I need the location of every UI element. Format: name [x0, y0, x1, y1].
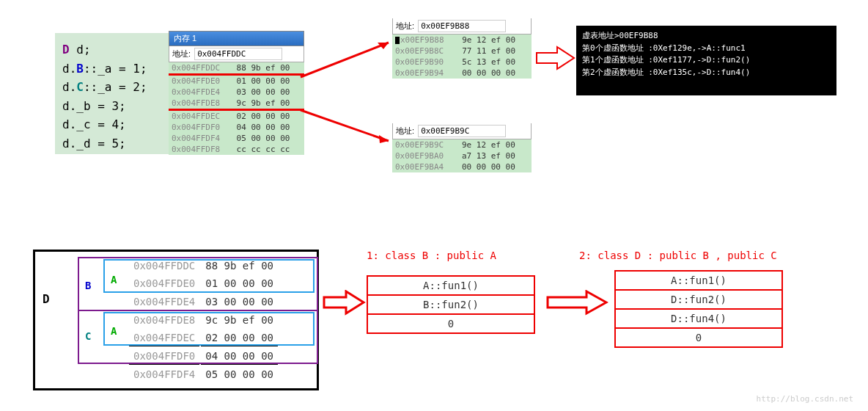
arrow-mem1-to-mem3 — [297, 103, 396, 147]
address-input[interactable]: 0x00EF9B88 — [418, 20, 506, 32]
watermark: http://blog.csdn.net — [757, 394, 853, 404]
memory-panel-title: 内存 1 — [169, 31, 304, 46]
address-label: 地址: — [396, 126, 414, 135]
block-arrow-to-vtable2 — [546, 290, 608, 319]
svg-marker-6 — [548, 291, 606, 313]
memory-panel-2: 地址: 0x00EF9B88 x00EF9B889e 12 ef 000x00E… — [392, 18, 532, 79]
memory-panel-1: 内存 1 地址: 0x004FFDDC 0x004FFDDC88 9b ef 0… — [169, 31, 304, 155]
address-row: 地址: 0x00EF9B88 — [392, 18, 532, 34]
arrow-mem1-to-mem2 — [297, 37, 396, 81]
svg-marker-4 — [537, 47, 574, 69]
vtable1: A::fun1()B::fun2()0 — [367, 275, 535, 334]
class-d-label: D — [43, 292, 50, 306]
block-arrow-to-vtable1 — [323, 290, 367, 319]
address-label: 地址: — [172, 49, 191, 58]
address-input[interactable]: 0x00EF9B9C — [418, 125, 506, 137]
vtable2: A::fun1()D::fun2()D::fun4()0 — [614, 270, 783, 348]
vtable1-heading: 1: class B : public A — [367, 250, 496, 261]
memory-table: 0x00EF9B9C9e 12 ef 000x00EF9BA0a7 13 ef … — [392, 139, 532, 172]
memory-table: x00EF9B889e 12 ef 000x00EF9B8C77 11 ef 0… — [392, 34, 532, 79]
address-label: 地址: — [396, 21, 414, 30]
svg-marker-5 — [324, 291, 364, 313]
svg-line-2 — [301, 110, 389, 141]
address-row: 地址: 0x00EF9B9C — [392, 123, 532, 139]
block-arrow-mem2-to-console — [535, 46, 575, 75]
address-input[interactable]: 0x004FFDDC — [194, 48, 282, 60]
vtable2-heading: 2: class D : public B , public C — [579, 250, 777, 261]
class-b-region — [78, 257, 318, 311]
memory-panel-3: 地址: 0x00EF9B9C 0x00EF9B9C9e 12 ef 000x00… — [392, 123, 532, 172]
code-block: D d; d.B::_a = 1; d.C::_a = 2; d._b = 3;… — [55, 33, 169, 154]
class-c-region — [78, 310, 318, 364]
svg-marker-3 — [379, 135, 389, 143]
svg-line-0 — [301, 43, 389, 77]
address-row: 地址: 0x004FFDDC — [169, 46, 304, 62]
console-output: 虚表地址>00EF9B88 第0个虚函数地址 :0Xef129e,->A::fu… — [576, 26, 836, 95]
memory-table: 0x004FFDDC88 9b ef 000x004FFDE001 00 00 … — [169, 62, 304, 155]
object-layout-box: D B C A A 0x004FFDDC88 9b ef 000x004FFDE… — [33, 250, 319, 390]
